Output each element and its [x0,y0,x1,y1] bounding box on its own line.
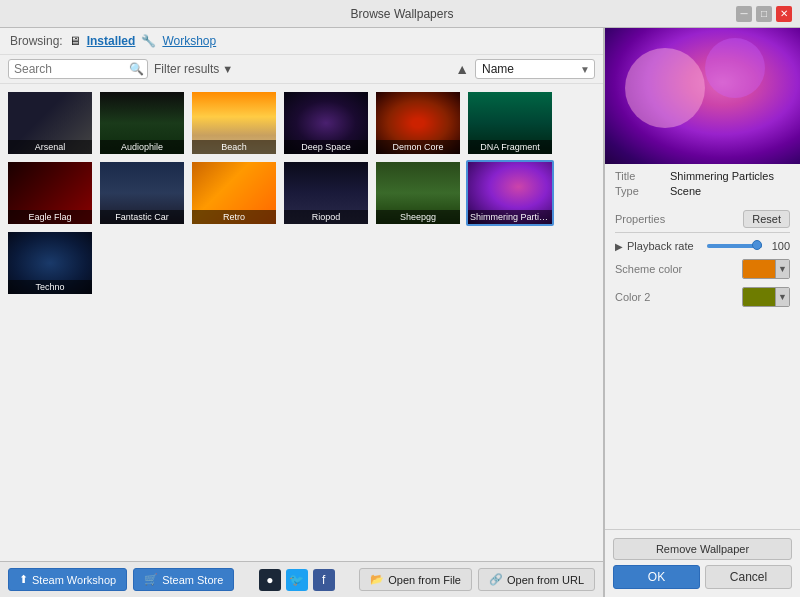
search-box: 🔍 [8,59,148,79]
workshop-tab[interactable]: Workshop [162,34,216,48]
search-icon: 🔍 [129,62,144,76]
wallpaper-preview [605,28,800,164]
steam-store-icon: 🛒 [144,573,158,586]
wallpaper-label-arsenal: Arsenal [8,140,92,154]
color2-dropdown-icon[interactable]: ▼ [775,287,789,307]
scheme-color-row: Scheme color ▼ [605,255,800,283]
wallpaper-item-shimmering[interactable]: Shimmering Particles [466,160,554,226]
properties-header: Properties Reset [605,206,800,232]
ok-button[interactable]: OK [613,565,700,589]
facebook-social-icon[interactable]: f [313,569,335,591]
twitter-social-icon[interactable]: 🐦 [286,569,308,591]
wallpaper-thumb-riopod: Riopod [284,162,368,224]
wallpaper-item-fantasticcar[interactable]: Fantastic Car [98,160,186,226]
minimize-button[interactable]: ─ [736,6,752,22]
reset-button[interactable]: Reset [743,210,790,228]
filter-button[interactable]: Filter results ▼ [154,62,233,76]
playback-label: Playback rate [627,240,703,252]
playback-arrow-icon[interactable]: ▶ [615,241,623,252]
wallpaper-item-retro[interactable]: Retro [190,160,278,226]
wallpaper-grid-area: ArsenalAudiophileBeachDeep SpaceDemon Co… [0,84,603,561]
title-bar: Browse Wallpapers ─ □ ✕ [0,0,800,28]
open-from-file-button[interactable]: 📂 Open from File [359,568,472,591]
sort-wrapper: Name Rating Date Added Last Updated ▼ [475,59,595,79]
filter-label: Filter results [154,62,219,76]
browsing-label: Browsing: [10,34,63,48]
open-file-label: Open from File [388,574,461,586]
steam-store-label: Steam Store [162,574,223,586]
remove-wallpaper-button[interactable]: Remove Wallpaper [613,538,792,560]
steam-social-icon[interactable]: ● [259,569,281,591]
wallpaper-label-fantasticcar: Fantastic Car [100,210,184,224]
color2-row: Color 2 ▼ [605,283,800,311]
wallpaper-thumb-eagleflag: Eagle Flag [8,162,92,224]
filter-icon: ▼ [222,63,233,75]
toolbar-row: 🔍 Filter results ▼ ▲ Name Rating Date Ad… [0,55,603,84]
wallpaper-label-shimmering: Shimmering Particles [468,210,552,224]
properties-label: Properties [615,213,665,225]
window-title: Browse Wallpapers [68,7,736,21]
wallpaper-label-riopod: Riopod [284,210,368,224]
wallpaper-label-techno: Techno [8,280,92,294]
left-panel: Browsing: 🖥 Installed 🔧 Workshop 🔍 Filte… [0,28,604,597]
close-button[interactable]: ✕ [776,6,792,22]
scheme-color-button[interactable]: ▼ [742,259,790,279]
installed-icon: 🖥 [69,34,81,48]
wallpaper-label-audiophile: Audiophile [100,140,184,154]
steam-workshop-button[interactable]: ⬆ Steam Workshop [8,568,127,591]
wallpaper-item-sheepgg[interactable]: Sheepgg [374,160,462,226]
maximize-button[interactable]: □ [756,6,772,22]
open-file-icon: 📂 [370,573,384,586]
wallpaper-item-deepspace[interactable]: Deep Space [282,90,370,156]
wallpaper-label-sheepgg: Sheepgg [376,210,460,224]
wallpaper-label-beach: Beach [192,140,276,154]
wallpaper-item-eagleflag[interactable]: Eagle Flag [6,160,94,226]
steam-workshop-icon: ⬆ [19,573,28,586]
wallpaper-item-arsenal[interactable]: Arsenal [6,90,94,156]
sort-up-button[interactable]: ▲ [455,61,469,77]
wallpaper-thumb-deepspace: Deep Space [284,92,368,154]
playback-row: ▶ Playback rate 100 [605,237,800,255]
scheme-color-dropdown-icon[interactable]: ▼ [775,259,789,279]
wallpaper-label-demoncore: Demon Core [376,140,460,154]
wallpaper-thumb-shimmering: Shimmering Particles [468,162,552,224]
playback-value: 100 [766,240,790,252]
bottom-bar: ⬆ Steam Workshop 🛒 Steam Store ● 🐦 f 📂 O… [0,561,603,597]
right-panel: Title Shimmering Particles Type Scene Pr… [604,28,800,597]
color2-button[interactable]: ▼ [742,287,790,307]
title-value: Shimmering Particles [670,170,774,182]
wallpaper-label-deepspace: Deep Space [284,140,368,154]
sort-select[interactable]: Name Rating Date Added Last Updated [475,59,595,79]
slider-thumb[interactable] [752,240,762,250]
wallpaper-label-eagleflag: Eagle Flag [8,210,92,224]
social-icons: ● 🐦 f [259,569,335,591]
workshop-icon: 🔧 [141,34,156,48]
wallpaper-item-audiophile[interactable]: Audiophile [98,90,186,156]
wallpaper-label-retro: Retro [192,210,276,224]
wallpaper-item-techno[interactable]: Techno [6,230,94,296]
wallpaper-item-riopod[interactable]: Riopod [282,160,370,226]
steam-store-button[interactable]: 🛒 Steam Store [133,568,234,591]
title-label: Title [615,170,670,182]
right-bottom: Remove Wallpaper OK Cancel [605,529,800,597]
window-controls: ─ □ ✕ [736,6,792,22]
wallpaper-thumb-beach: Beach [192,92,276,154]
wallpaper-thumb-demoncore: Demon Core [376,92,460,154]
title-row: Title Shimmering Particles [615,170,790,182]
search-input[interactable] [14,62,129,76]
wallpaper-item-demoncore[interactable]: Demon Core [374,90,462,156]
wallpaper-thumb-sheepgg: Sheepgg [376,162,460,224]
properties-divider [615,232,790,233]
wallpaper-thumb-arsenal: Arsenal [8,92,92,154]
info-section: Title Shimmering Particles Type Scene [605,164,800,206]
wallpaper-item-beach[interactable]: Beach [190,90,278,156]
color2-swatch [743,287,775,307]
wallpaper-item-dnafragment[interactable]: DNA Fragment [466,90,554,156]
type-label: Type [615,185,670,197]
open-from-url-button[interactable]: 🔗 Open from URL [478,568,595,591]
main-container: Browsing: 🖥 Installed 🔧 Workshop 🔍 Filte… [0,28,800,597]
installed-tab[interactable]: Installed [87,34,136,48]
open-url-label: Open from URL [507,574,584,586]
cancel-button[interactable]: Cancel [705,565,792,589]
playback-slider[interactable] [707,244,762,248]
